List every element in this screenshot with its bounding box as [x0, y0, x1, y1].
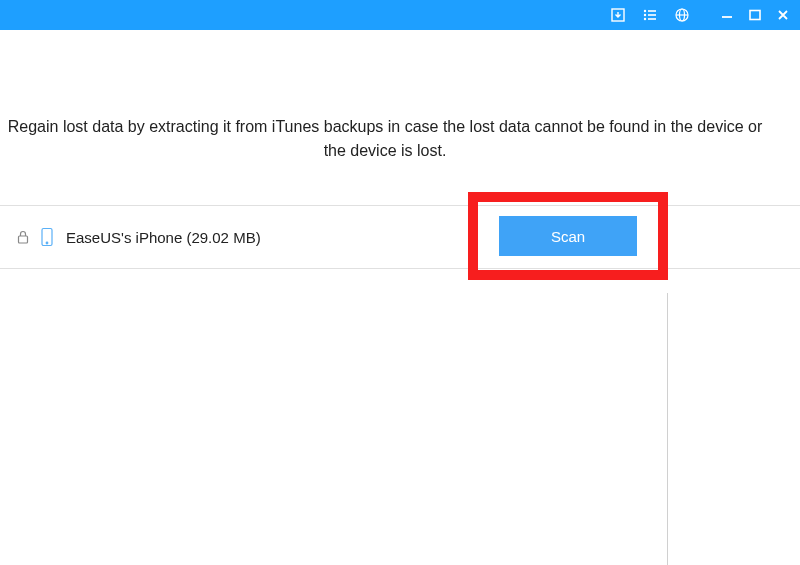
lock-icon	[16, 229, 30, 245]
window-controls	[718, 6, 792, 24]
maximize-button[interactable]	[746, 6, 764, 24]
titlebar	[0, 0, 800, 30]
scan-button[interactable]: Scan	[499, 216, 637, 256]
svg-rect-9	[750, 11, 760, 20]
svg-point-5	[644, 18, 646, 20]
backup-row-wrapper: EaseUS's iPhone (29.02 MB) Scan	[0, 205, 800, 269]
svg-rect-2	[648, 10, 656, 12]
minimize-button[interactable]	[718, 6, 736, 24]
download-icon[interactable]	[608, 5, 628, 25]
globe-icon[interactable]	[672, 5, 692, 25]
svg-rect-10	[19, 236, 28, 243]
scan-highlight: Scan	[468, 192, 668, 280]
svg-point-12	[46, 242, 48, 244]
svg-rect-4	[648, 14, 656, 16]
titlebar-icons	[608, 5, 792, 25]
panel-divider	[667, 293, 668, 565]
close-button[interactable]	[774, 6, 792, 24]
list-icon[interactable]	[640, 5, 660, 25]
phone-icon	[40, 227, 54, 247]
backup-name: EaseUS's iPhone (29.02 MB)	[66, 229, 780, 246]
backup-row[interactable]: EaseUS's iPhone (29.02 MB)	[0, 205, 800, 269]
svg-rect-6	[648, 18, 656, 20]
main-content: Regain lost data by extracting it from i…	[0, 30, 800, 565]
svg-point-3	[644, 14, 646, 16]
description-text: Regain lost data by extracting it from i…	[0, 30, 800, 183]
svg-point-1	[644, 10, 646, 12]
